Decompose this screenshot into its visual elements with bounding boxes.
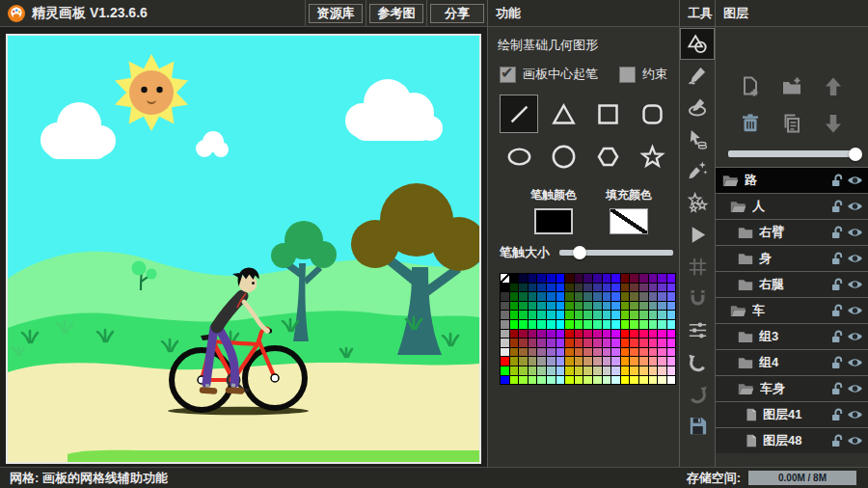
palette-swatch[interactable]: [501, 339, 509, 347]
palette-swatch[interactable]: [583, 348, 592, 357]
layers-duplicate-button[interactable]: [771, 112, 812, 135]
palette-swatch[interactable]: [667, 274, 676, 283]
shape-button-square[interactable]: [588, 95, 627, 133]
palette-swatch[interactable]: [621, 339, 630, 347]
layer-row-右臂[interactable]: 右臂: [716, 219, 868, 245]
palette-swatch[interactable]: [639, 348, 648, 357]
palette-swatch[interactable]: [519, 274, 528, 283]
palette-swatch[interactable]: [649, 311, 658, 319]
unlock-icon[interactable]: [830, 434, 843, 447]
palette-swatch[interactable]: [667, 366, 676, 375]
layer-row-组4[interactable]: 组4: [716, 349, 868, 375]
palette-swatch[interactable]: [537, 320, 546, 329]
palette-swatch[interactable]: [667, 284, 676, 292]
palette-swatch[interactable]: [593, 311, 602, 319]
palette-swatch[interactable]: [501, 292, 509, 301]
palette-swatch[interactable]: [611, 284, 620, 292]
tool-grid[interactable]: [680, 251, 715, 283]
palette-swatch[interactable]: [583, 292, 592, 301]
palette-swatch[interactable]: [501, 320, 509, 329]
palette-swatch[interactable]: [621, 357, 630, 366]
分享-button[interactable]: 分享: [430, 4, 484, 23]
layers-delete-button[interactable]: [729, 112, 771, 135]
palette-swatch[interactable]: [649, 302, 658, 311]
palette-swatch[interactable]: [649, 284, 658, 292]
palette-swatch[interactable]: [547, 274, 556, 283]
palette-swatch[interactable]: [519, 366, 528, 375]
drawing-canvas[interactable]: [6, 34, 481, 464]
eye-icon[interactable]: [847, 305, 863, 316]
palette-swatch[interactable]: [639, 292, 648, 301]
palette-swatch[interactable]: [639, 320, 648, 329]
palette-swatch[interactable]: [611, 302, 620, 311]
palette-swatch[interactable]: [575, 292, 583, 301]
palette-swatch[interactable]: [658, 284, 666, 292]
palette-swatch[interactable]: [583, 320, 592, 329]
palette-swatch[interactable]: [603, 376, 611, 385]
palette-swatch[interactable]: [649, 366, 658, 375]
palette-swatch[interactable]: [658, 274, 666, 283]
palette-swatch[interactable]: [501, 366, 509, 375]
palette-swatch[interactable]: [603, 339, 611, 347]
layer-opacity-slider[interactable]: [728, 150, 855, 157]
layer-row-车身[interactable]: 车身: [716, 375, 868, 401]
palette-swatch[interactable]: [621, 376, 630, 385]
资源库-button[interactable]: 资源库: [309, 4, 363, 23]
palette-swatch[interactable]: [519, 330, 528, 339]
palette-swatch[interactable]: [556, 320, 565, 329]
palette-swatch[interactable]: [593, 292, 602, 301]
palette-swatch[interactable]: [575, 284, 583, 292]
palette-swatch[interactable]: [565, 330, 574, 339]
palette-swatch[interactable]: [575, 366, 583, 375]
layers-move-up-button[interactable]: [813, 75, 854, 98]
palette-swatch[interactable]: [519, 320, 528, 329]
palette-swatch[interactable]: [593, 320, 602, 329]
palette-swatch[interactable]: [583, 302, 592, 311]
shape-button-ellipse[interactable]: [500, 137, 538, 176]
eye-icon[interactable]: [847, 435, 863, 447]
palette-swatch[interactable]: [639, 284, 648, 292]
palette-swatch[interactable]: [649, 376, 658, 385]
palette-swatch[interactable]: [611, 311, 620, 319]
palette-swatch[interactable]: [565, 376, 574, 385]
palette-swatch[interactable]: [556, 284, 565, 292]
palette-swatch[interactable]: [537, 311, 546, 319]
eye-icon[interactable]: [847, 201, 863, 212]
palette-swatch[interactable]: [565, 302, 574, 311]
palette-swatch[interactable]: [510, 292, 519, 301]
palette-swatch[interactable]: [630, 292, 638, 301]
palette-swatch[interactable]: [583, 357, 592, 366]
palette-swatch[interactable]: [537, 302, 546, 311]
palette-swatch[interactable]: [537, 274, 546, 283]
palette-swatch[interactable]: [630, 311, 638, 319]
palette-swatch-none[interactable]: [501, 274, 509, 283]
palette-swatch[interactable]: [593, 339, 602, 347]
palette-swatch[interactable]: [603, 357, 611, 366]
palette-swatch[interactable]: [510, 357, 519, 366]
layer-row-身[interactable]: 身: [716, 245, 868, 271]
palette-swatch[interactable]: [565, 284, 574, 292]
palette-swatch[interactable]: [519, 284, 528, 292]
palette-swatch[interactable]: [529, 274, 537, 283]
palette-swatch[interactable]: [510, 320, 519, 329]
palette-swatch[interactable]: [639, 376, 648, 385]
tool-redo[interactable]: [680, 378, 715, 410]
layers-move-down-button[interactable]: [813, 112, 854, 135]
palette-swatch[interactable]: [537, 357, 546, 366]
tool-stars[interactable]: [680, 187, 715, 219]
参考图-button[interactable]: 参考图: [369, 4, 423, 23]
palette-swatch[interactable]: [519, 376, 528, 385]
palette-swatch[interactable]: [667, 311, 676, 319]
palette-swatch[interactable]: [556, 274, 565, 283]
palette-swatch[interactable]: [593, 366, 602, 375]
palette-swatch[interactable]: [658, 311, 666, 319]
palette-swatch[interactable]: [667, 357, 676, 366]
palette-swatch[interactable]: [630, 339, 638, 347]
palette-swatch[interactable]: [583, 274, 592, 283]
palette-swatch[interactable]: [611, 320, 620, 329]
palette-swatch[interactable]: [649, 330, 658, 339]
palette-swatch[interactable]: [510, 366, 519, 375]
unlock-icon[interactable]: [830, 226, 843, 239]
palette-swatch[interactable]: [575, 376, 583, 385]
palette-swatch[interactable]: [583, 366, 592, 375]
